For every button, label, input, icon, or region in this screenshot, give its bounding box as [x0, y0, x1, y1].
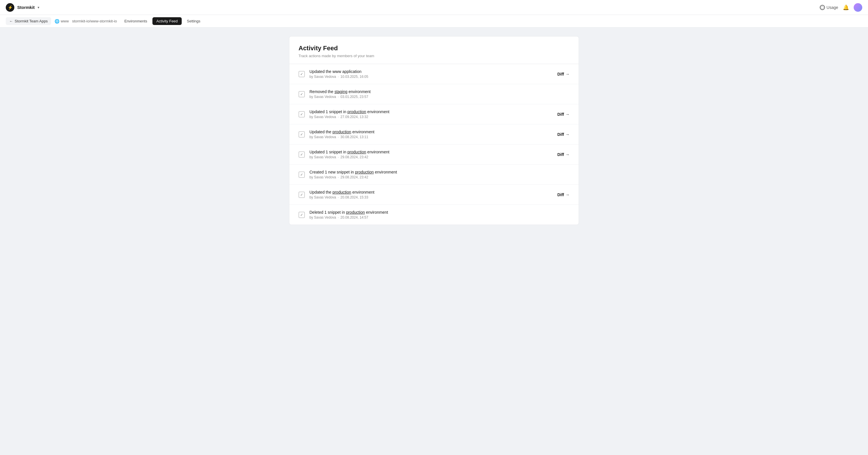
activity-content: Updated 1 snippet in production environm… [309, 150, 553, 159]
tab-settings[interactable]: Settings [183, 17, 205, 25]
app-full-path: stormkit-io/www-stormkit-io [72, 19, 117, 23]
activity-meta: by Savas Vedova·20.08.2024, 14:57 [309, 216, 569, 220]
activity-title: Updated the production environment [309, 130, 553, 134]
main-content: Activity Feed Track actions made by memb… [0, 28, 868, 233]
diff-label: Diff [557, 152, 564, 157]
activity-content: Updated 1 snippet in production environm… [309, 109, 553, 119]
activity-content: Removed the staging environmentby Savas … [309, 89, 569, 99]
activity-date: 20.08.2024, 14:57 [340, 216, 368, 220]
activity-date: 10.03.2025, 16:05 [340, 75, 368, 79]
activity-content: Updated the www applicationby Savas Vedo… [309, 69, 553, 79]
check-icon: ✓ [299, 91, 305, 97]
list-item: ✓Created 1 new snippet in production env… [289, 165, 579, 185]
check-icon: ✓ [299, 111, 305, 117]
tab-activity-feed[interactable]: Activity Feed [152, 17, 182, 25]
activity-date: 27.09.2024, 13:32 [340, 115, 368, 119]
check-icon: ✓ [299, 212, 305, 218]
activity-author: by Savas Vedova [309, 95, 336, 99]
avatar[interactable] [854, 3, 862, 12]
page-subtitle: Track actions made by members of your te… [299, 54, 569, 58]
activity-author: by Savas Vedova [309, 195, 336, 199]
tab-environments-label: Environments [124, 19, 147, 23]
activity-date: 30.08.2024, 13:11 [340, 135, 368, 139]
diff-label: Diff [557, 132, 564, 137]
activity-content: Created 1 new snippet in production envi… [309, 170, 569, 179]
usage-button[interactable]: ◯ Usage [820, 5, 838, 10]
activity-date: 29.08.2024, 23:42 [340, 175, 368, 179]
arrow-right-icon: → [565, 193, 569, 197]
activity-title: Updated the www application [309, 69, 553, 74]
activity-author: by Savas Vedova [309, 155, 336, 159]
topnav-left: ⚡ Stormkit ▾ [6, 3, 39, 12]
activity-author: by Savas Vedova [309, 175, 336, 179]
chevron-down-icon[interactable]: ▾ [38, 5, 39, 9]
diff-button[interactable]: Diff→ [557, 72, 569, 77]
arrow-right-icon: → [565, 112, 569, 117]
top-navigation: ⚡ Stormkit ▾ ◯ Usage 🔔 [0, 0, 868, 15]
diff-label: Diff [557, 72, 564, 77]
diff-button[interactable]: Diff→ [557, 152, 569, 157]
activity-link[interactable]: production [332, 130, 351, 134]
diff-button[interactable]: Diff→ [557, 193, 569, 197]
activity-meta: by Savas Vedova·30.08.2024, 13:11 [309, 135, 553, 139]
diff-label: Diff [557, 193, 564, 197]
activity-link[interactable]: production [355, 170, 374, 174]
activity-author: by Savas Vedova [309, 135, 336, 139]
diff-button[interactable]: Diff→ [557, 112, 569, 117]
tab-activity-feed-label: Activity Feed [156, 19, 178, 23]
tab-environments[interactable]: Environments [120, 17, 151, 25]
activity-title: Updated the production environment [309, 190, 553, 195]
activity-date: 29.08.2024, 23:42 [340, 155, 368, 159]
list-item: ✓Updated the production environmentby Sa… [289, 124, 579, 144]
app-name: Stormkit [17, 5, 35, 10]
secondary-navigation: ← Stormkit Team Apps 🌐 www stormkit-io/w… [0, 15, 868, 28]
arrow-right-icon: → [565, 152, 569, 157]
activity-meta: by Savas Vedova·29.08.2024, 23:42 [309, 175, 569, 179]
activity-title: Deleted 1 snippet in production environm… [309, 210, 569, 215]
page-title: Activity Feed [299, 45, 569, 52]
diff-button[interactable]: Diff→ [557, 132, 569, 137]
activity-link[interactable]: production [332, 190, 351, 195]
activity-link[interactable]: production [346, 210, 365, 215]
diff-label: Diff [557, 112, 564, 117]
activity-meta: by Savas Vedova·03.01.2025, 23:57 [309, 95, 569, 99]
list-item: ✓Updated 1 snippet in production environ… [289, 104, 579, 124]
list-item: ✓Updated 1 snippet in production environ… [289, 144, 579, 165]
check-icon: ✓ [299, 131, 305, 138]
logo-icon: ⚡ [6, 3, 14, 12]
app-prefix: www [61, 19, 69, 23]
activity-link[interactable]: production [347, 109, 366, 114]
app-path: www stormkit-io/www-stormkit-io [61, 19, 117, 23]
tab-settings-label: Settings [187, 19, 200, 23]
check-icon: ✓ [299, 171, 305, 178]
activity-title: Created 1 new snippet in production envi… [309, 170, 569, 174]
activity-link[interactable]: staging [334, 89, 347, 94]
arrow-right-icon: → [565, 132, 569, 137]
usage-icon: ◯ [820, 5, 825, 10]
list-item: ✓Deleted 1 snippet in production environ… [289, 205, 579, 225]
activity-author: by Savas Vedova [309, 115, 336, 119]
topnav-right: ◯ Usage 🔔 [820, 3, 862, 12]
activity-date: 03.01.2025, 23:57 [340, 95, 368, 99]
activity-title: Updated 1 snippet in production environm… [309, 109, 553, 114]
activity-author: by Savas Vedova [309, 216, 336, 220]
list-item: ✓Removed the staging environmentby Savas… [289, 84, 579, 104]
activity-content: Updated the production environmentby Sav… [309, 130, 553, 139]
activity-date: 20.08.2024, 15:33 [340, 195, 368, 199]
activity-list: ✓Updated the www applicationby Savas Ved… [289, 64, 579, 225]
activity-title: Removed the staging environment [309, 89, 569, 94]
activity-meta: by Savas Vedova·29.08.2024, 23:42 [309, 155, 553, 159]
list-item: ✓Updated the www applicationby Savas Ved… [289, 64, 579, 84]
activity-link[interactable]: production [347, 150, 366, 154]
activity-feed-card: Activity Feed Track actions made by memb… [289, 36, 579, 225]
check-icon: ✓ [299, 192, 305, 198]
activity-title: Updated 1 snippet in production environm… [309, 150, 553, 154]
back-label: Stormkit Team Apps [14, 19, 48, 23]
back-button[interactable]: ← Stormkit Team Apps [6, 17, 51, 25]
activity-author: by Savas Vedova [309, 75, 336, 79]
check-icon: ✓ [299, 151, 305, 158]
check-icon: ✓ [299, 71, 305, 77]
bell-icon[interactable]: 🔔 [843, 4, 849, 11]
usage-label: Usage [827, 5, 838, 10]
activity-meta: by Savas Vedova·20.08.2024, 15:33 [309, 195, 553, 199]
